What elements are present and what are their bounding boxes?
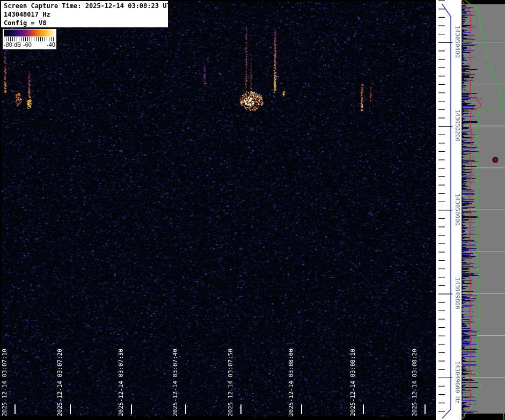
legend-label-minus80db: -80 dB (4, 41, 21, 48)
time-tick-mark (185, 404, 186, 414)
time-label-030750: 2025-12-14 03:07:50 (227, 349, 234, 416)
time-label-030710: 2025-12-14 03:07:10 (1, 349, 8, 416)
db-color-scale-legend: -80 dB -60 -40 (3, 29, 56, 49)
colormap-tick-ruler (4, 37, 55, 41)
freq-label-143049800: 143049800 (454, 277, 461, 310)
colormap-gradient-bar (4, 30, 55, 36)
time-tick-mark (14, 404, 16, 414)
time-label-030720: 2025-12-14 03:07:20 (56, 349, 63, 416)
capture-info-box: Screen Capture Time: 2025-12-14 03:08:23… (1, 1, 168, 27)
time-tick-mark (70, 404, 71, 414)
time-label-030820: 2025-12-14 03:08:20 (411, 349, 418, 416)
time-label-030730: 2025-12-14 03:07:30 (118, 349, 125, 416)
tuned-frequency-text: 143048017 Hz (4, 10, 165, 19)
freq-label-143050200: 143050200 (454, 109, 461, 142)
screen-capture-root: Screen Capture Time: 2025-12-14 03:08:23… (0, 0, 505, 420)
config-text: Config = V8 (4, 19, 165, 27)
freq-label-143050000: 143050000 (454, 194, 461, 226)
freq-label-143049600: 143049600 (454, 361, 461, 393)
time-label-030800: 2025-12-14 03:08:00 (288, 349, 295, 416)
time-tick-mark (425, 404, 426, 414)
capture-time-text: Screen Capture Time: 2025-12-14 03:08:23… (4, 2, 165, 10)
legend-label-minus60db: -60 (23, 41, 32, 48)
time-label-030810: 2025-12-14 03:08:10 (349, 349, 356, 416)
spectrogram-display-canvas (0, 0, 505, 420)
time-tick-mark (363, 404, 364, 414)
time-tick-mark (240, 404, 241, 414)
time-tick-mark (131, 404, 132, 414)
time-label-030740: 2025-12-14 03:07:40 (172, 349, 179, 416)
time-tick-mark (301, 404, 302, 414)
freq-unit-label: Hz (454, 396, 461, 403)
legend-label-minus40db: -40 (47, 41, 55, 48)
freq-label-143050400: 143050400 (454, 26, 461, 58)
